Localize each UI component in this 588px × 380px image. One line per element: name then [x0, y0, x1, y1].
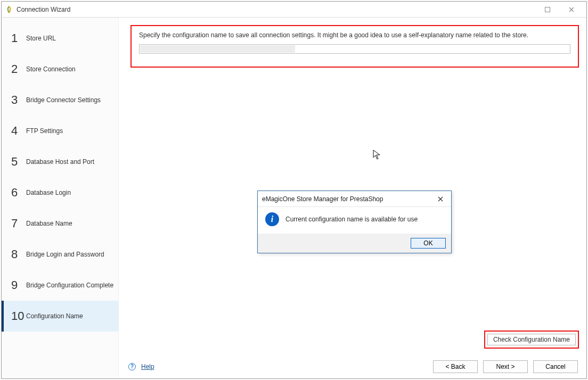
step-bridge-login-password[interactable]: 8 Bridge Login and Password	[2, 239, 118, 270]
dialog-title: eMagicOne Store Manager for PrestaShop	[262, 195, 383, 203]
highlight-config-name-area: Specify the configuration name to save a…	[130, 25, 579, 68]
step-number: 5	[11, 155, 23, 169]
step-database-name[interactable]: 7 Database Name	[2, 208, 118, 239]
step-database-host-port[interactable]: 5 Database Host and Port	[2, 146, 118, 177]
step-number: 3	[11, 93, 23, 107]
step-store-url[interactable]: 1 Store URL	[2, 23, 118, 54]
step-number: 10	[11, 309, 23, 323]
dialog-ok-button[interactable]: OK	[411, 238, 446, 249]
step-number: 7	[11, 217, 23, 230]
maximize-button[interactable]	[535, 2, 559, 17]
step-ftp-settings[interactable]: 4 FTP Settings	[2, 115, 118, 146]
help-icon: ?	[128, 363, 136, 370]
dialog-message: Current configuration name is available …	[285, 216, 418, 223]
instruction-text: Specify the configuration name to save a…	[139, 31, 570, 39]
step-bridge-connector-settings[interactable]: 3 Bridge Connector Settings	[2, 85, 118, 115]
dialog-close-button[interactable]	[434, 193, 447, 205]
info-icon: i	[265, 212, 279, 226]
step-label: Bridge Connector Settings	[26, 96, 101, 104]
step-label: Bridge Configuration Complete	[26, 282, 113, 289]
step-number: 9	[11, 278, 23, 292]
step-store-connection[interactable]: 2 Store Connection	[2, 54, 118, 85]
step-label: Database Host and Port	[26, 158, 94, 166]
highlight-check-button: Check Configuration Name	[484, 331, 579, 349]
step-label: FTP Settings	[26, 127, 63, 135]
back-button[interactable]: < Back	[433, 360, 478, 373]
step-bridge-config-complete[interactable]: 9 Bridge Configuration Complete	[2, 270, 118, 301]
check-configuration-name-button[interactable]: Check Configuration Name	[487, 334, 576, 345]
step-label: Store URL	[26, 35, 56, 42]
step-number: 2	[11, 62, 23, 76]
step-database-login[interactable]: 6 Database Login	[2, 177, 118, 208]
app-icon	[5, 5, 13, 14]
cancel-button[interactable]: Cancel	[533, 360, 578, 373]
step-label: Configuration Name	[26, 312, 83, 320]
help-link[interactable]: Help	[141, 363, 154, 370]
next-button[interactable]: Next >	[483, 360, 528, 373]
wizard-footer: ? Help < Back Next > Cancel	[119, 355, 586, 378]
step-label: Store Connection	[26, 65, 76, 73]
svg-rect-0	[545, 7, 550, 12]
dialog-titlebar: eMagicOne Store Manager for PrestaShop	[258, 191, 451, 207]
step-number: 4	[11, 124, 23, 138]
step-label: Bridge Login and Password	[26, 251, 104, 258]
wizard-window: Connection Wizard 1 Store URL 2 Store Co…	[1, 1, 587, 379]
configuration-name-input[interactable]	[139, 44, 570, 54]
wizard-steps-sidebar: 1 Store URL 2 Store Connection 3 Bridge …	[2, 18, 119, 378]
close-button[interactable]	[559, 2, 583, 17]
titlebar: Connection Wizard	[2, 2, 586, 18]
step-configuration-name[interactable]: 10 Configuration Name	[2, 301, 118, 332]
step-number: 6	[11, 186, 23, 200]
step-label: Database Name	[26, 220, 72, 227]
step-number: 1	[11, 31, 23, 45]
input-redacted-fill	[140, 45, 295, 53]
step-number: 8	[11, 247, 23, 261]
info-dialog: eMagicOne Store Manager for PrestaShop i…	[257, 191, 452, 253]
window-title: Connection Wizard	[17, 6, 70, 13]
step-label: Database Login	[26, 189, 71, 196]
